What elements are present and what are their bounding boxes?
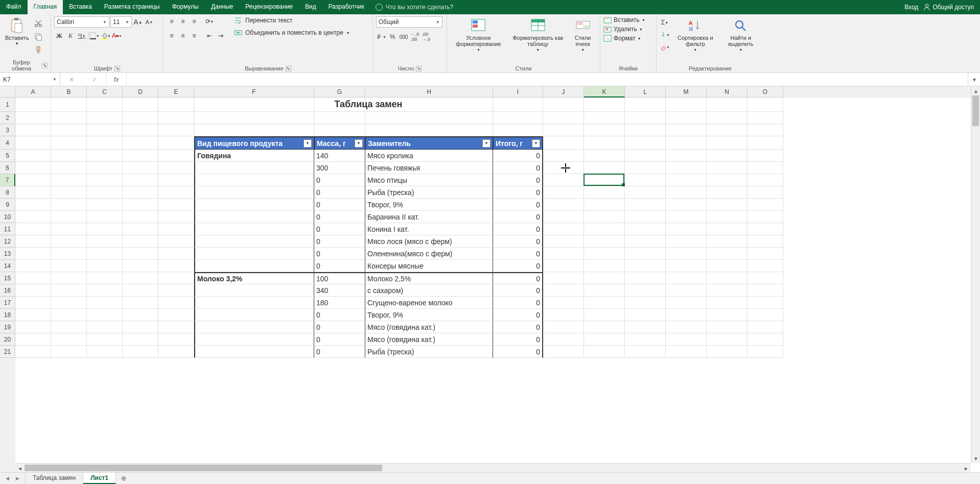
- cell-D5[interactable]: [123, 150, 158, 162]
- cell-N7[interactable]: [707, 174, 748, 186]
- cell-D8[interactable]: [123, 186, 158, 199]
- cell-L11[interactable]: [625, 223, 666, 235]
- cell-total-20[interactable]: 0: [493, 333, 543, 346]
- row-header-20[interactable]: 20: [0, 333, 15, 346]
- cell-M3[interactable]: [666, 124, 707, 136]
- fill-button[interactable]: ▼: [660, 30, 670, 40]
- comma-button[interactable]: 000: [399, 32, 409, 42]
- cell-total-19[interactable]: 0: [493, 321, 543, 333]
- cell-product-16[interactable]: [194, 284, 314, 297]
- cell-sub-14[interactable]: Консеры мясные: [365, 260, 493, 272]
- merge-center-button[interactable]: Объединить и поместить в центре▼: [234, 29, 350, 37]
- cell-O14[interactable]: [748, 260, 783, 272]
- col-header-F[interactable]: F: [194, 86, 314, 98]
- menu-developer[interactable]: Разработчик: [322, 0, 370, 14]
- align-top-button[interactable]: ≡: [167, 16, 177, 27]
- formula-input[interactable]: [127, 73, 968, 86]
- cell-sub-6[interactable]: Печень говяжья: [365, 162, 493, 174]
- th-sub[interactable]: Заменитель▼: [365, 136, 493, 150]
- cell-E11[interactable]: [158, 223, 194, 235]
- cell-sub-9[interactable]: Творог, 9%: [365, 199, 493, 211]
- cell-A13[interactable]: [15, 248, 51, 260]
- cell-B13[interactable]: [51, 248, 87, 260]
- cell-N10[interactable]: [707, 211, 748, 223]
- cell-B8[interactable]: [51, 186, 87, 199]
- cell-A12[interactable]: [15, 235, 51, 248]
- cell-L15[interactable]: [625, 272, 666, 284]
- th-total[interactable]: Итого, г▼: [493, 136, 543, 150]
- sheet-tab-1[interactable]: Таблица замен: [26, 473, 83, 484]
- cell-mass-19[interactable]: 0: [314, 321, 365, 333]
- col-header-H[interactable]: H: [365, 86, 493, 98]
- cell-product-6[interactable]: [194, 162, 314, 174]
- cell-J16[interactable]: [543, 284, 584, 297]
- cell-E7[interactable]: [158, 174, 194, 186]
- cell-mass-11[interactable]: 0: [314, 223, 365, 235]
- row-header-1[interactable]: 1: [0, 98, 15, 112]
- filter-dropdown-icon[interactable]: ▼: [532, 139, 540, 148]
- cell-A6[interactable]: [15, 162, 51, 174]
- col-header-I[interactable]: I: [493, 86, 543, 98]
- share-button[interactable]: Общий доступ: [923, 4, 974, 11]
- cell-J1[interactable]: [543, 98, 584, 112]
- cell-B16[interactable]: [51, 284, 87, 297]
- cell-K11[interactable]: [584, 223, 625, 235]
- menu-home[interactable]: Главная: [28, 0, 63, 14]
- cell-product-9[interactable]: [194, 199, 314, 211]
- cell-B20[interactable]: [51, 333, 87, 346]
- delete-cells-button[interactable]: Удалить▼: [603, 26, 643, 33]
- cell-product-20[interactable]: [194, 333, 314, 346]
- cell-L4[interactable]: [625, 136, 666, 150]
- cell-mass-21[interactable]: 0: [314, 346, 365, 358]
- cell-C8[interactable]: [87, 186, 123, 199]
- menu-insert[interactable]: Вставка: [63, 0, 98, 14]
- cell-A1[interactable]: [15, 98, 51, 112]
- decrease-decimal-button[interactable]: ,00→,0: [421, 32, 431, 42]
- cell-E13[interactable]: [158, 248, 194, 260]
- row-header-14[interactable]: 14: [0, 260, 15, 272]
- cell-product-18[interactable]: [194, 309, 314, 321]
- tell-me-search[interactable]: Что вы хотите сделать?: [370, 0, 905, 14]
- cell-K16[interactable]: [584, 284, 625, 297]
- align-center-button[interactable]: ≡: [178, 31, 188, 41]
- underline-button[interactable]: Ч ▼: [77, 31, 87, 41]
- cell-N21[interactable]: [707, 346, 748, 358]
- cell-K15[interactable]: [584, 272, 625, 284]
- cell-A19[interactable]: [15, 321, 51, 333]
- cell-A14[interactable]: [15, 260, 51, 272]
- cell-C5[interactable]: [87, 150, 123, 162]
- cell-C21[interactable]: [87, 346, 123, 358]
- cell-O20[interactable]: [748, 333, 783, 346]
- cell-E20[interactable]: [158, 333, 194, 346]
- cell-N18[interactable]: [707, 309, 748, 321]
- cell-M18[interactable]: [666, 309, 707, 321]
- cell-total-8[interactable]: 0: [493, 186, 543, 199]
- scroll-up-button[interactable]: ▲: [971, 86, 980, 95]
- cell-product-17[interactable]: [194, 297, 314, 309]
- cell-M5[interactable]: [666, 150, 707, 162]
- cell-A4[interactable]: [15, 136, 51, 150]
- cell-total-7[interactable]: 0: [493, 174, 543, 186]
- cell-sub-11[interactable]: Конина I кат.: [365, 223, 493, 235]
- cell-total-10[interactable]: 0: [493, 211, 543, 223]
- cell-sub-8[interactable]: Рыба (треска): [365, 186, 493, 199]
- align-right-button[interactable]: ≡: [189, 31, 199, 41]
- font-color-button[interactable]: A▼: [112, 31, 122, 41]
- cell-O11[interactable]: [748, 223, 783, 235]
- cell-total-6[interactable]: 0: [493, 162, 543, 174]
- cell-H2[interactable]: [365, 112, 493, 124]
- cell-O18[interactable]: [748, 309, 783, 321]
- cell-A5[interactable]: [15, 150, 51, 162]
- cell-D11[interactable]: [123, 223, 158, 235]
- cell-mass-10[interactable]: 0: [314, 211, 365, 223]
- cell-total-18[interactable]: 0: [493, 309, 543, 321]
- cell-L1[interactable]: [625, 98, 666, 112]
- fx-icon[interactable]: fx: [106, 73, 127, 86]
- cell-sub-19[interactable]: Мясо (говядина кат.): [365, 321, 493, 333]
- copy-button[interactable]: [33, 32, 43, 42]
- cell-mass-17[interactable]: 180: [314, 297, 365, 309]
- cell-O9[interactable]: [748, 199, 783, 211]
- cell-O10[interactable]: [748, 211, 783, 223]
- row-header-11[interactable]: 11: [0, 223, 15, 235]
- row-header-15[interactable]: 15: [0, 272, 15, 284]
